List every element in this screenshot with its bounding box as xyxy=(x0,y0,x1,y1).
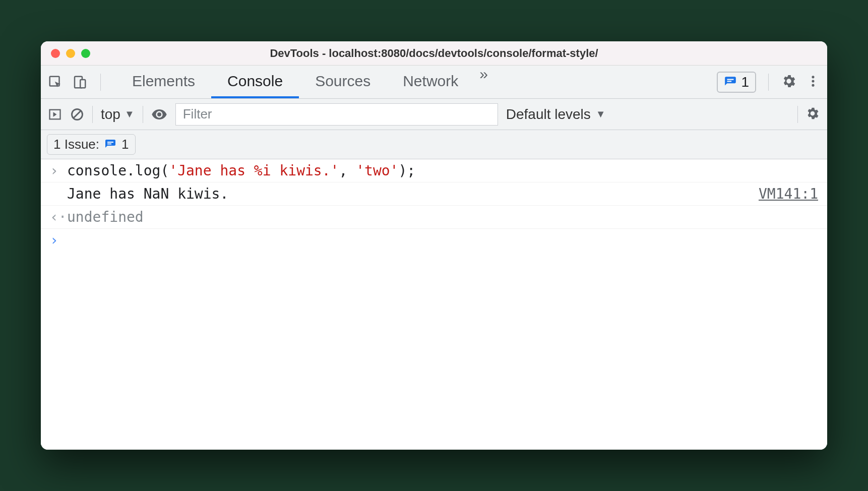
separator xyxy=(143,106,143,123)
input-chevron-icon: › xyxy=(50,162,67,179)
separator xyxy=(92,106,93,123)
chevron-down-icon: ▼ xyxy=(596,108,606,120)
prompt-chevron-icon: › xyxy=(50,232,67,249)
console-input-code: console.log('Jane has %i kiwis.', 'two')… xyxy=(67,162,818,179)
minimize-window-button[interactable] xyxy=(66,49,75,58)
log-levels-selector[interactable]: Default levels ▼ xyxy=(506,106,606,122)
console-input-row: › console.log('Jane has %i kiwis.', 'two… xyxy=(41,159,827,182)
console-output-row: Jane has NaN kiwis. VM141:1 xyxy=(41,182,827,206)
console-output-text: Jane has NaN kiwis. xyxy=(67,186,759,202)
tab-network[interactable]: Network xyxy=(387,66,474,98)
svg-point-7 xyxy=(812,84,814,86)
close-window-button[interactable] xyxy=(51,49,60,58)
issues-chip-count: 1 xyxy=(121,137,129,152)
live-expression-icon[interactable] xyxy=(151,106,167,122)
separator xyxy=(100,74,101,91)
source-link[interactable]: VM141:1 xyxy=(759,186,818,202)
maximize-window-button[interactable] xyxy=(81,49,90,58)
devtools-tabstrip: Elements Console Sources Network » 1 xyxy=(41,66,827,99)
separator xyxy=(797,106,798,123)
svg-rect-3 xyxy=(727,79,734,80)
tab-console[interactable]: Console xyxy=(211,66,299,98)
settings-icon[interactable] xyxy=(781,73,797,91)
chevron-down-icon: ▼ xyxy=(125,108,135,120)
console-body: › console.log('Jane has %i kiwis.', 'two… xyxy=(41,159,827,450)
inspect-element-icon[interactable] xyxy=(48,75,63,90)
svg-point-5 xyxy=(812,76,814,78)
issues-badge-count: 1 xyxy=(741,74,749,90)
more-tabs-button[interactable]: » xyxy=(474,66,493,98)
console-prompt-row[interactable]: › xyxy=(41,229,827,252)
separator xyxy=(768,74,769,91)
tab-elements[interactable]: Elements xyxy=(116,66,211,98)
clear-console-icon[interactable] xyxy=(70,107,84,121)
console-return-row: ‹· undefined xyxy=(41,206,827,229)
svg-rect-12 xyxy=(107,143,111,144)
issues-bar: 1 Issue: 1 xyxy=(41,130,827,159)
tab-list: Elements Console Sources Network » xyxy=(116,66,493,98)
issues-chip-label: 1 Issue: xyxy=(53,137,99,152)
log-levels-label: Default levels xyxy=(506,106,591,122)
console-settings-icon[interactable] xyxy=(805,106,820,123)
titlebar: DevTools - localhost:8080/docs/devtools/… xyxy=(41,41,827,66)
svg-line-10 xyxy=(73,110,81,118)
svg-rect-2 xyxy=(80,80,85,88)
context-selector[interactable]: top ▼ xyxy=(101,106,135,122)
issues-badge[interactable]: 1 xyxy=(717,72,756,93)
window-title: DevTools - localhost:8080/docs/devtools/… xyxy=(41,47,827,60)
svg-rect-4 xyxy=(727,81,732,82)
svg-rect-11 xyxy=(107,142,113,143)
return-chevron-icon: ‹· xyxy=(50,209,67,225)
toggle-drawer-icon[interactable] xyxy=(48,107,62,121)
context-label: top xyxy=(101,106,120,122)
traffic-lights xyxy=(41,49,90,58)
filter-input[interactable] xyxy=(175,103,498,126)
issues-icon xyxy=(104,139,116,151)
tab-sources[interactable]: Sources xyxy=(299,66,387,98)
console-toolbar: top ▼ Default levels ▼ xyxy=(41,99,827,130)
more-options-icon[interactable] xyxy=(806,74,820,90)
svg-point-6 xyxy=(812,80,814,82)
issues-chip[interactable]: 1 Issue: 1 xyxy=(47,134,136,155)
issues-icon xyxy=(724,76,737,89)
console-return-text: undefined xyxy=(67,209,818,225)
device-toolbar-icon[interactable] xyxy=(72,75,87,90)
devtools-window: DevTools - localhost:8080/docs/devtools/… xyxy=(41,41,827,450)
